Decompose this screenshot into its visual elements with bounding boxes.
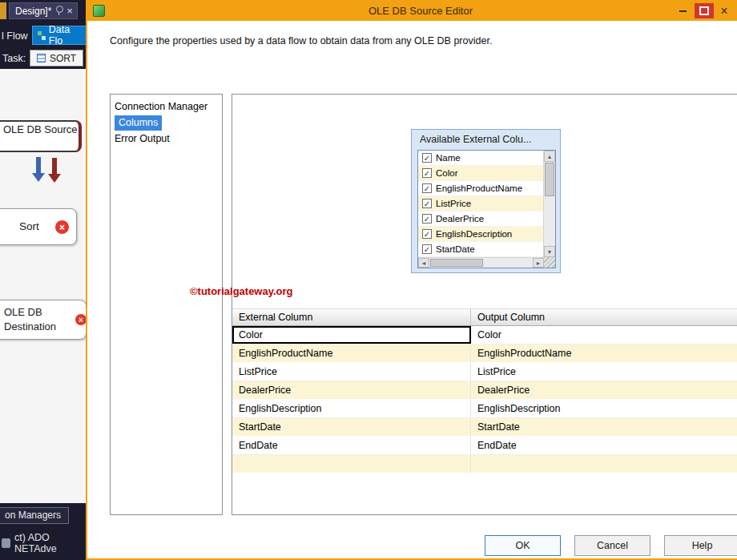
control-flow-tab-label[interactable]: l Flow	[2, 30, 28, 42]
sort-shape[interactable]: Sort ×	[0, 208, 77, 245]
column-checkbox[interactable]: ✓	[422, 153, 432, 163]
external-column-header[interactable]: External Column	[232, 309, 471, 325]
screenshot-root: { "background": { "tab_title": "Design]*…	[0, 0, 737, 560]
vs-background: Design]* × l Flow Data Flo Task: SORT OL…	[0, 0, 88, 560]
available-column-row[interactable]: ✓StartDate	[418, 242, 544, 257]
column-checkbox[interactable]: ✓	[422, 229, 432, 239]
connection-icon	[2, 538, 10, 548]
available-column-row[interactable]: ✓Color	[418, 166, 544, 181]
connection-managers-label[interactable]: on Managers	[0, 507, 69, 524]
mapping-table-header: External Column Output Column	[232, 308, 737, 326]
external-column-cell[interactable]: EnglishDescription	[232, 400, 471, 417]
external-column-cell[interactable]: Color	[232, 326, 471, 344]
pin-icon[interactable]	[56, 6, 63, 13]
vs-top-bar: Design]* × l Flow Data Flo Task: SORT	[0, 0, 88, 69]
nav-item-label: Error Output	[115, 133, 170, 144]
column-name: DealerPrice	[436, 214, 484, 224]
column-name: StartDate	[436, 244, 475, 254]
close-button[interactable]: ×	[715, 4, 733, 18]
scroll-left-icon[interactable]: ◄	[418, 258, 429, 268]
available-columns-title: Available External Colu...	[412, 130, 560, 145]
cancel-button[interactable]: Cancel	[574, 535, 650, 556]
main-panel: Available External Colu... ✓Name✓Color✓E…	[232, 94, 737, 515]
dialog-titlebar[interactable]: OLE DB Source Editor ×	[87, 2, 737, 21]
external-column-cell[interactable]: DealerPrice	[232, 381, 471, 399]
data-flow-tab-label: Data Flo	[49, 24, 83, 46]
output-column-cell[interactable]	[471, 455, 737, 473]
available-column-row[interactable]: ✓EnglishProductName	[418, 181, 544, 196]
mapping-row[interactable]: DealerPriceDealerPrice	[232, 381, 737, 400]
scroll-right-icon[interactable]: ►	[533, 258, 544, 268]
data-flow-tab[interactable]: Data Flo	[32, 26, 88, 45]
vertical-scroll-thumb[interactable]	[545, 163, 554, 196]
available-column-row[interactable]: ✓Name	[418, 151, 544, 166]
adjacent-tab-fragment[interactable]	[0, 2, 6, 19]
task-toolbar: Task: SORT	[0, 46, 88, 69]
available-column-row[interactable]: ✓EnglishDescription	[418, 227, 544, 242]
mapping-row[interactable]	[232, 455, 737, 473]
horizontal-scroll-thumb[interactable]	[430, 259, 483, 267]
scroll-down-icon[interactable]: ▼	[544, 246, 555, 257]
external-column-cell[interactable]	[232, 455, 471, 473]
dialog-title: OLE DB Source Editor	[87, 5, 737, 17]
ole-db-source-editor-dialog: OLE DB Source Editor × Configure the pro…	[86, 0, 737, 560]
error-path-arrow-icon[interactable]	[48, 158, 61, 183]
external-column-cell[interactable]: EndDate	[232, 437, 471, 454]
nav-item-label: Columns	[115, 115, 162, 131]
mapping-table-body: ColorColorEnglishProductNameEnglishProdu…	[232, 326, 737, 473]
mapping-row[interactable]: EndDateEndDate	[232, 437, 737, 455]
output-column-cell[interactable]: EnglishProductName	[471, 344, 737, 362]
output-column-header[interactable]: Output Column	[471, 309, 737, 325]
nav-item-connection-manager[interactable]: Connection Manager	[111, 99, 222, 115]
ole-db-source-shape[interactable]: OLE DB Source	[0, 120, 82, 152]
mapping-table: External Column Output Column ColorColor…	[232, 308, 737, 473]
sort-toolbox-item[interactable]: SORT	[30, 50, 83, 66]
scroll-up-icon[interactable]: ▲	[544, 151, 555, 162]
column-checkbox[interactable]: ✓	[422, 244, 432, 254]
column-checkbox[interactable]: ✓	[422, 183, 432, 193]
ok-button[interactable]: OK	[485, 535, 561, 556]
mapping-row[interactable]: EnglishProductNameEnglishProductName	[232, 344, 737, 363]
connection-manager-item[interactable]: ct) ADO NETAdve	[2, 532, 88, 554]
watermark: ©tutorialgateway.org	[190, 285, 293, 297]
available-columns-listbox: ✓Name✓Color✓EnglishProductName✓ListPrice…	[417, 150, 556, 268]
nav-item-error-output[interactable]: Error Output	[111, 131, 222, 147]
dialog-description: Configure the properties used by a data …	[110, 35, 492, 46]
mapping-row[interactable]: ListPriceListPrice	[232, 363, 737, 381]
resize-grip[interactable]	[544, 257, 555, 268]
column-checkbox[interactable]: ✓	[422, 168, 432, 178]
mapping-row[interactable]: StartDateStartDate	[232, 418, 737, 437]
external-column-cell[interactable]: EnglishProductName	[232, 344, 471, 362]
dataflow-path-arrow-icon[interactable]	[32, 157, 45, 182]
error-icon: ×	[54, 220, 70, 235]
mapping-row[interactable]: EnglishDescriptionEnglishDescription	[232, 400, 737, 418]
column-checkbox[interactable]: ✓	[422, 214, 432, 224]
output-column-cell[interactable]: DealerPrice	[471, 381, 737, 399]
external-column-cell[interactable]: ListPrice	[232, 363, 471, 381]
designer-tab[interactable]: Design]* ×	[9, 2, 78, 19]
external-column-cell[interactable]: StartDate	[232, 418, 471, 436]
available-column-row[interactable]: ✓DealerPrice	[418, 212, 544, 227]
designer-tab-label: Design]*	[15, 6, 51, 17]
column-checkbox[interactable]: ✓	[422, 199, 432, 208]
output-column-cell[interactable]: EndDate	[471, 437, 737, 454]
available-column-row[interactable]: ✓ListPrice	[418, 196, 544, 212]
sort-tool-label: SORT	[50, 53, 76, 64]
mapping-row[interactable]: ColorColor	[232, 326, 737, 344]
available-columns-list: ✓Name✓Color✓EnglishProductName✓ListPrice…	[418, 151, 544, 257]
maximize-button[interactable]	[695, 3, 714, 18]
minimize-button[interactable]	[674, 4, 691, 18]
tab-close-icon[interactable]: ×	[66, 6, 73, 16]
output-column-cell[interactable]: EnglishDescription	[471, 400, 737, 417]
nav-item-columns[interactable]: Columns	[111, 115, 222, 131]
vertical-scrollbar[interactable]: ▲ ▼	[543, 151, 555, 257]
horizontal-scrollbar[interactable]: ◄ ►	[418, 257, 544, 268]
output-column-cell[interactable]: Color	[471, 326, 737, 344]
designer-view-tabs: l Flow Data Flo	[0, 24, 88, 46]
maximize-icon	[699, 6, 709, 15]
help-button[interactable]: Help	[664, 535, 737, 556]
output-column-cell[interactable]: ListPrice	[471, 363, 737, 381]
design-canvas: OLE DB Source Sort × OLE DB Destination …	[0, 69, 88, 503]
ole-db-destination-shape[interactable]: OLE DB Destination ×	[0, 300, 87, 340]
output-column-cell[interactable]: StartDate	[471, 418, 737, 436]
